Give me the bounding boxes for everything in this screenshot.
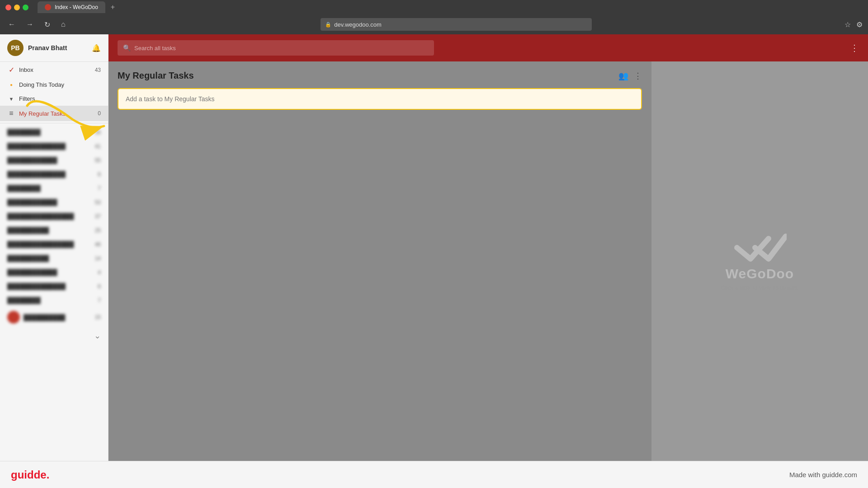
sidebar-item-my-regular-tasks-label: My Regular Tasks: [19, 110, 94, 117]
sidebar-item-blurred-6[interactable]: ████████████ 53: [0, 195, 108, 209]
reload-button[interactable]: ↻: [42, 19, 53, 31]
blurred-label-12: ██████████████: [7, 283, 94, 290]
sidebar-item-blurred-11[interactable]: ████████████ 4: [0, 265, 108, 279]
blurred-badge-14: 15: [95, 314, 101, 320]
wegodoo-text: WeGoDoo: [726, 266, 794, 282]
guidde-footer: guidde. Made with guidde.com: [0, 461, 868, 488]
blurred-label-9: ████████████████: [7, 241, 91, 248]
sidebar-item-blurred-13[interactable]: ████████ 7: [0, 293, 108, 307]
tab-title: Index - WeGoDoo: [55, 4, 98, 10]
list-icon: ≡: [7, 109, 15, 117]
sidebar-item-inbox[interactable]: ✓ Inbox 43: [0, 62, 108, 78]
blurred-badge-9: 46: [95, 241, 101, 248]
sidebar-item-blurred-9[interactable]: ████████████████ 46: [0, 237, 108, 251]
back-button[interactable]: ←: [5, 19, 18, 30]
doing-today-icon: ●: [7, 82, 15, 87]
close-button[interactable]: [5, 5, 11, 10]
maximize-button[interactable]: [23, 5, 28, 10]
browser-actions: ☆ ⚙: [844, 20, 863, 29]
sidebar-divider: [0, 123, 108, 123]
guidde-logo: guidde.: [11, 469, 49, 481]
search-bar[interactable]: 🔍 Search all tasks: [118, 40, 434, 56]
address-bar[interactable]: 🔒 dev.wegodoo.com: [321, 18, 592, 31]
detail-panel: WeGoDoo Click a task to view its details…: [651, 61, 868, 461]
blurred-label-13: ████████: [7, 297, 94, 304]
sidebar-item-blurred-10[interactable]: ██████████ 14: [0, 251, 108, 265]
sidebar-item-doing-today[interactable]: ● Doing This Today: [0, 78, 108, 92]
filter-icon: ▼: [7, 96, 15, 102]
sidebar-collapse-button[interactable]: ⌄: [0, 327, 108, 344]
sidebar-item-blurred-4[interactable]: ██████████████ 6: [0, 167, 108, 181]
sidebar-item-blurred-1[interactable]: ████████ 16: [0, 125, 108, 139]
add-task-input[interactable]: [122, 91, 637, 107]
blurred-badge-4: 6: [98, 171, 101, 178]
blurred-badge-13: 7: [98, 297, 101, 304]
avatar: PB: [7, 40, 24, 56]
sidebar-item-doing-today-label: Doing This Today: [19, 81, 101, 88]
blurred-label-1: ████████: [7, 129, 91, 136]
share-icon[interactable]: 👥: [618, 71, 628, 81]
my-regular-tasks-badge: 0: [98, 110, 101, 117]
notification-bell-icon[interactable]: 🔔: [92, 44, 101, 52]
traffic-lights: [5, 5, 28, 10]
add-task-input-wrapper[interactable]: [118, 88, 642, 110]
blurred-badge-6: 53: [95, 199, 101, 206]
forward-button[interactable]: →: [24, 19, 36, 30]
blurred-label-8: ██████████: [7, 227, 91, 234]
sidebar-item-blurred-2[interactable]: ██████████████ 41: [0, 139, 108, 153]
sidebar-item-blurred-5[interactable]: ████████ 7: [0, 181, 108, 195]
wegodoo-logo: WeGoDoo Click a task to view its details…: [721, 232, 799, 291]
blurred-badge-1: 16: [95, 129, 101, 136]
browser-toolbar: ← → ↻ ⌂ 🔒 dev.wegodoo.com ☆ ⚙: [0, 14, 868, 34]
task-panel-header: My Regular Tasks 👥 ⋮: [118, 70, 642, 81]
header-menu-icon[interactable]: ⋮: [850, 42, 859, 53]
user-name: Pranav Bhatt: [28, 44, 67, 52]
blurred-badge-12: 6: [98, 283, 101, 290]
blurred-badge-8: 25: [95, 227, 101, 234]
sidebar: PB Pranav Bhatt 🔔 ✓ Inbox 43 ● Doing Thi…: [0, 34, 108, 461]
blurred-label-5: ████████: [7, 185, 94, 192]
sidebar-item-blurred-12[interactable]: ██████████████ 6: [0, 279, 108, 293]
tab-favicon: [45, 4, 51, 10]
user-avatar-small: [7, 311, 20, 324]
search-placeholder-text: Search all tasks: [134, 45, 176, 52]
sidebar-item-blurred-7[interactable]: ████████████████ 37: [0, 209, 108, 223]
sidebar-item-filters-label: Filters: [19, 95, 101, 102]
inbox-check-icon: ✓: [7, 66, 15, 74]
blurred-label-11: ████████████: [7, 269, 94, 276]
sidebar-item-blurred-8[interactable]: ██████████ 25: [0, 223, 108, 237]
blurred-label-3: ████████████: [7, 157, 91, 164]
wegodoo-subtitle: Click a task to view its details.: [721, 284, 799, 291]
sidebar-item-filters[interactable]: ▼ Filters: [0, 92, 108, 106]
blurred-label-10: ██████████: [7, 255, 91, 262]
sidebar-item-my-regular-tasks[interactable]: ≡ My Regular Tasks 0: [0, 106, 108, 121]
task-panel-actions: 👥 ⋮: [618, 71, 642, 81]
minimize-button[interactable]: [14, 5, 20, 10]
task-panel: My Regular Tasks 👥 ⋮: [108, 61, 651, 461]
sidebar-header: PB Pranav Bhatt 🔔: [0, 34, 108, 62]
inbox-badge: 43: [95, 67, 101, 73]
main-content: 🔍 Search all tasks ⋮ My Regular Tasks 👥 …: [108, 34, 868, 461]
browser-tab[interactable]: Index - WeGoDoo: [38, 1, 105, 13]
blurred-badge-2: 41: [95, 143, 101, 150]
extensions-icon[interactable]: ⚙: [856, 20, 863, 29]
sidebar-item-inbox-label: Inbox: [19, 66, 91, 73]
address-text: dev.wegodoo.com: [334, 21, 382, 28]
sidebar-item-blurred-14[interactable]: ██████████ 15: [0, 307, 108, 327]
new-tab-button[interactable]: +: [111, 3, 115, 11]
lock-icon: 🔒: [325, 22, 331, 28]
browser-chrome: Index - WeGoDoo + ← → ↻ ⌂ 🔒 dev.wegodoo.…: [0, 0, 868, 34]
search-icon: 🔍: [123, 44, 131, 52]
browser-titlebar: Index - WeGoDoo +: [0, 0, 868, 14]
home-button[interactable]: ⌂: [58, 19, 68, 30]
blurred-label-2: ██████████████: [7, 143, 91, 150]
sidebar-item-blurred-3[interactable]: ████████████ 55: [0, 153, 108, 167]
blurred-label-14: ██████████: [24, 314, 91, 321]
guidde-made-with-text: Made with guidde.com: [789, 471, 857, 479]
chevron-down-icon: ⌄: [94, 331, 101, 341]
blurred-badge-5: 7: [98, 185, 101, 192]
blurred-badge-7: 37: [95, 213, 101, 220]
bookmark-icon[interactable]: ☆: [844, 20, 851, 29]
blurred-label-4: ██████████████: [7, 171, 94, 178]
more-options-icon[interactable]: ⋮: [634, 71, 642, 81]
